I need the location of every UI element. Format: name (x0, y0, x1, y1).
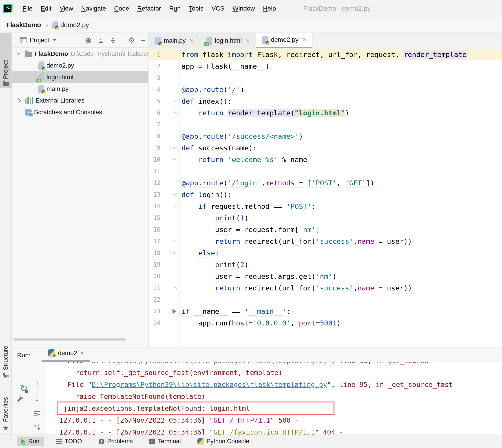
line-number: 17 (149, 236, 160, 247)
hide-panel-button[interactable] (141, 40, 145, 41)
menu-item-run[interactable]: Run (166, 3, 184, 14)
tree-item-demo2-py[interactable]: demo2.py (12, 60, 148, 71)
line-number: 19 (149, 259, 160, 271)
indent-guide (195, 228, 195, 263)
breadcrumb-project[interactable]: FlaskDemo (6, 21, 41, 29)
chevron-down-icon[interactable] (16, 50, 20, 55)
tree-item-scratches-and-consoles[interactable]: ›Scratches and Consoles (12, 106, 148, 118)
expand-all-button[interactable] (98, 37, 104, 43)
chevron-right-icon[interactable] (17, 98, 21, 103)
gutter-divider (179, 48, 180, 347)
tool-window-button-label: TODO (65, 438, 82, 445)
run-tab-demo2[interactable]: demo2 × (42, 348, 90, 362)
tree-item-login-html[interactable]: Hlogin.html (12, 71, 148, 83)
fold-marker-icon[interactable] (172, 203, 177, 207)
tool-window-button-todo[interactable]: TODO (52, 436, 87, 446)
close-icon[interactable]: × (80, 349, 84, 357)
menu-item-navigate[interactable]: Navigate (78, 3, 109, 14)
collapse-all-button[interactable] (110, 37, 116, 43)
stack-trace-link[interactable]: D:\Programs\Python39\lib\site-packages\f… (92, 381, 327, 388)
menu-item-edit[interactable]: Edit (37, 3, 55, 14)
locate-file-button[interactable]: ⊕ (85, 36, 92, 44)
run-console[interactable]: File "D:\Programs\Python39\lib\site-pack… (46, 362, 502, 434)
horizontal-scrollbar[interactable] (14, 338, 126, 340)
py-icon (154, 37, 161, 45)
tree-item-label: External Libraries (35, 97, 84, 104)
code-line-19: 19 print(2) (149, 259, 502, 271)
menu-item-vcs[interactable]: VCS (208, 3, 228, 14)
menu-item-file[interactable]: File (19, 3, 36, 14)
tool-window-button-python-console[interactable]: Python Console (193, 436, 254, 446)
menu-item-view[interactable]: View (56, 3, 76, 14)
python-run-icon (48, 349, 55, 357)
line-number: 22 (149, 294, 160, 305)
menu-item-tools[interactable]: Tools (185, 3, 206, 14)
stripe-button-structure[interactable]: Structure (0, 346, 12, 380)
stripe-button-project[interactable]: Project (0, 33, 12, 88)
py-icon (262, 36, 268, 44)
tool-window-button-run[interactable]: Run (17, 436, 44, 446)
console-line: 127.0.0.1 - - [26/Nov/2022 05:34:36] "GE… (59, 426, 502, 434)
editor-tab-demo2-py[interactable]: demo2.py× (256, 33, 313, 48)
tool-window-button-terminal[interactable]: ›_Terminal (145, 436, 185, 446)
line-number: 20 (149, 271, 160, 282)
fold-marker-icon[interactable] (172, 145, 177, 149)
stripe-project-label: Project (2, 60, 9, 79)
menu-bar: PC FileEditViewNavigateCodeRefactorRunTo… (0, 0, 502, 17)
stripe-button-favorites[interactable]: Favorites ★ (0, 391, 12, 434)
code-line-11: 11 (149, 165, 502, 177)
run-gutter-icon[interactable] (172, 309, 177, 314)
fold-marker-icon[interactable] (172, 98, 177, 102)
tree-item-external-libraries[interactable]: External Libraries (12, 95, 148, 106)
down-stack-trace-button[interactable]: ↓ (35, 394, 39, 403)
fold-marker-icon[interactable] (172, 111, 177, 115)
tree-item-main-py[interactable]: main.py (12, 83, 148, 95)
line-number: 23 (149, 305, 160, 317)
fold-marker-icon[interactable] (172, 286, 177, 290)
editor-tab-main-py[interactable]: main.py× (149, 33, 200, 48)
settings-gear-icon[interactable]: ⚙ (128, 36, 135, 44)
code-line-23: 23if __name__ == '__main__': (149, 305, 502, 317)
project-view-icon (20, 37, 27, 43)
code-line-8: 8@app.route('/success/<name>') (149, 130, 502, 142)
rerun-button[interactable]: ↻ (20, 383, 28, 393)
close-icon[interactable]: × (190, 37, 194, 45)
fold-marker-icon[interactable] (172, 250, 177, 254)
stack-trace-link[interactable]: D:\Programs\Python39\lib\site-packages\f… (92, 362, 327, 365)
menu-item-help[interactable]: Help (260, 3, 279, 14)
project-panel-title[interactable]: Project (30, 37, 49, 44)
tool-window-button-problems[interactable]: !Problems (94, 436, 137, 446)
close-icon[interactable]: × (246, 37, 250, 45)
stripe-favorites-label: Favorites (2, 397, 9, 422)
close-icon[interactable]: × (302, 36, 307, 44)
breadcrumb-file[interactable]: demo2.py (60, 21, 89, 29)
tree-item-flaskdemo[interactable]: FlaskDemoD:\Code_Pycharm\FlaskDemo (12, 48, 148, 60)
menu-item-code[interactable]: Code (111, 3, 132, 14)
tab-label: demo2.py (271, 36, 299, 43)
code-editor[interactable]: 1from flask import Flask, redirect, url_… (149, 48, 502, 347)
editor-tab-login-html[interactable]: Hlogin.html× (200, 33, 256, 48)
soft-wrap-button[interactable] (33, 410, 41, 417)
fold-marker-icon[interactable] (172, 158, 177, 162)
code-line-1: 1from flask import Flask, redirect, url_… (149, 49, 502, 60)
code-line-6: 6 return render_template("login.html") (149, 107, 502, 119)
code-line-14: 14 if request.method == 'POST': (149, 200, 502, 212)
code-line-22: 22 (149, 294, 502, 305)
menu-item-refactor[interactable]: Refactor (134, 3, 164, 14)
line-number: 10 (149, 154, 160, 165)
code-line-20: 20 user = request.args.get('nm') (149, 271, 502, 282)
terminal-icon: ›_ (149, 439, 155, 444)
fold-marker-icon[interactable] (172, 192, 177, 195)
breadcrumb: FlaskDemo › demo2.py (0, 17, 502, 33)
fold-marker-icon[interactable] (172, 240, 177, 244)
wrench-settings-button[interactable] (16, 395, 24, 402)
up-stack-trace-button[interactable]: ↑ (35, 379, 39, 389)
console-line: File "D:\Programs\Python39\lib\site-pack… (59, 379, 502, 391)
console-line: File "D:\Programs\Python39\lib\site-pack… (59, 362, 502, 367)
python-icon (198, 438, 204, 445)
indent-guide (195, 275, 195, 310)
line-number: 16 (149, 224, 160, 236)
scroll-to-end-button[interactable] (33, 423, 41, 431)
menu-item-window[interactable]: Window (229, 3, 258, 14)
chevron-down-icon[interactable] (53, 39, 56, 41)
